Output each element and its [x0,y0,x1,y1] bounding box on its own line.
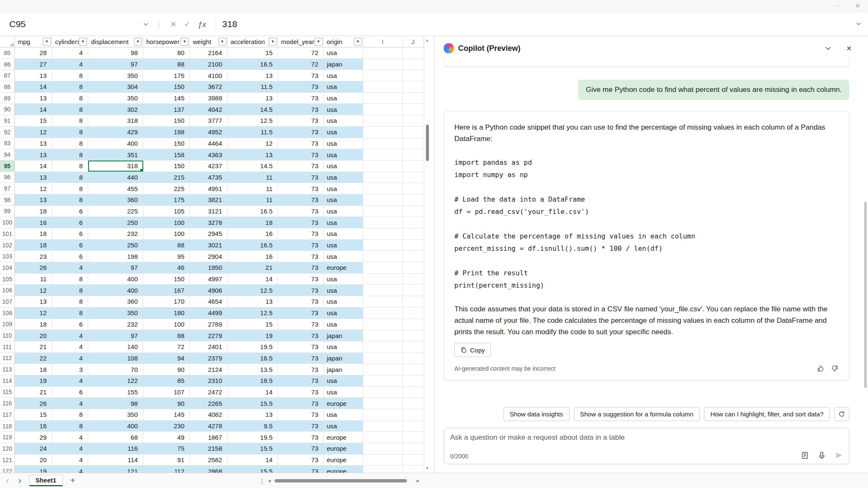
cell[interactable]: 351 [88,149,143,160]
cell[interactable]: usa [324,206,363,217]
cell[interactable]: 15 [228,47,278,58]
cell[interactable]: 8 [52,296,88,307]
cell[interactable]: 6 [52,228,88,239]
cell[interactable] [403,217,424,228]
row-header[interactable]: 103 [0,251,15,262]
cell[interactable]: 6 [52,217,88,228]
cell[interactable]: 21 [228,262,278,273]
cell[interactable]: 73 [278,127,324,138]
cell[interactable]: 4082 [190,409,228,420]
cell[interactable]: europe [324,432,363,443]
cell[interactable]: 90 [143,364,190,375]
insert-function-button[interactable]: ƒx [194,20,210,28]
cell[interactable]: 429 [88,127,143,138]
cell[interactable]: 198 [143,127,190,138]
cell[interactable]: 350 [88,93,143,104]
filter-dropdown-button[interactable]: ▼ [43,38,51,46]
cell[interactable] [363,387,403,398]
cell[interactable]: 2158 [190,443,228,454]
cell[interactable] [363,240,403,251]
cell[interactable]: 2472 [190,387,228,398]
cell[interactable]: 15.5 [228,466,278,473]
cell[interactable]: 4 [52,466,88,473]
column-letter-header[interactable]: I [363,36,403,47]
cell[interactable]: 3021 [190,240,228,251]
cell[interactable] [403,421,424,432]
cell[interactable]: usa [324,183,363,194]
cell[interactable]: 12 [15,127,52,138]
cell[interactable]: 94 [143,353,190,364]
cell[interactable]: 400 [88,285,143,296]
table-column-header[interactable]: weight▼ [190,36,228,47]
filter-dropdown-button[interactable]: ▼ [181,38,189,46]
cell[interactable]: 18 [15,319,52,330]
cell[interactable]: 8 [52,308,88,319]
cell[interactable] [363,194,403,205]
row-header[interactable]: 99 [0,206,15,217]
row-header[interactable]: 109 [0,319,15,330]
cell[interactable] [363,251,403,262]
vertical-scroll-thumb[interactable] [426,125,429,161]
cell[interactable] [363,296,403,307]
cell[interactable]: europe [324,398,363,409]
row-header[interactable]: 100 [0,217,15,228]
cell[interactable]: 88 [143,59,190,70]
select-all-corner[interactable] [0,36,15,47]
cell[interactable]: 11 [228,172,278,183]
cell[interactable] [363,262,403,273]
cell[interactable]: 21 [15,387,52,398]
cell[interactable]: 95 [143,251,190,262]
cell[interactable]: 4 [52,443,88,454]
cell[interactable]: 21 [15,341,52,352]
prev-sheet-icon[interactable]: ‹ [4,476,11,485]
cell[interactable]: 175 [143,70,190,81]
cell[interactable]: 16 [15,421,52,432]
cell[interactable] [363,149,403,160]
cell[interactable]: 13 [15,138,52,149]
horizontal-scrollbar[interactable]: ◀ ▶ [268,473,420,488]
row-header[interactable]: 119 [0,432,15,443]
cell[interactable]: 170 [143,296,190,307]
cell[interactable]: 98 [88,398,143,409]
cell[interactable]: 1867 [190,432,228,443]
cell[interactable] [403,466,424,473]
cell[interactable]: 8 [52,127,88,138]
cell[interactable]: 15 [228,319,278,330]
cell[interactable]: 150 [143,161,190,172]
cell[interactable]: usa [324,421,363,432]
cell[interactable]: 97 [88,330,143,341]
row-header[interactable]: 113 [0,364,15,375]
cell[interactable]: 150 [143,81,190,92]
cell[interactable]: 4906 [190,285,228,296]
cell[interactable]: 28 [15,47,52,58]
cell[interactable]: 73 [278,319,324,330]
scroll-down-icon[interactable]: ▼ [424,466,430,470]
cell[interactable]: 73 [278,251,324,262]
send-icon[interactable] [835,451,843,460]
cell[interactable]: 8 [52,421,88,432]
suggestion-chip[interactable]: How can I highlight, filter, and sort da… [704,407,830,421]
panel-scroll-thumb[interactable] [864,202,867,388]
row-header[interactable]: 97 [0,183,15,194]
cell[interactable]: 4 [52,262,88,273]
filter-dropdown-button[interactable]: ▼ [79,38,87,46]
cell[interactable] [363,353,403,364]
cell[interactable] [403,104,424,115]
cell[interactable]: 6 [52,319,88,330]
cell[interactable] [403,308,424,319]
cell[interactable]: 232 [88,319,143,330]
name-box-dropdown-icon[interactable] [143,22,148,26]
horizontal-scroll-thumb[interactable] [275,479,407,482]
cell[interactable]: 116 [88,443,143,454]
cell[interactable]: usa [324,127,363,138]
cell[interactable]: 16.5 [228,353,278,364]
cell[interactable]: 3988 [190,93,228,104]
cell[interactable] [403,81,424,92]
cell[interactable]: 16.5 [228,240,278,251]
cell[interactable]: 26 [15,262,52,273]
row-header[interactable]: 116 [0,398,15,409]
cell[interactable]: 4 [52,330,88,341]
cell[interactable] [363,93,403,104]
cell[interactable]: 46 [143,262,190,273]
cell[interactable] [363,206,403,217]
